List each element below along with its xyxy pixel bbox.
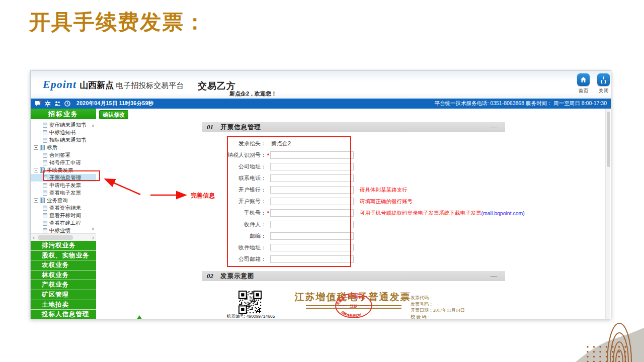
hscroll-thumb[interactable] [38, 235, 73, 240]
stamp-bottom-text: 国家税务局监制 [341, 310, 362, 318]
collapse-icon[interactable]: — [491, 273, 500, 280]
invoice-field-label: 发票代码： [411, 295, 433, 300]
document-icon [43, 213, 47, 218]
home-button[interactable] [577, 73, 590, 86]
sidebar-item[interactable]: 业务查询 [31, 197, 96, 204]
field-label: 手机号： [226, 209, 266, 217]
sidebar-item-label: 查看电子发票 [49, 190, 81, 197]
home-button-label[interactable]: 首页 [577, 87, 590, 95]
document-icon [43, 228, 47, 233]
confirm-modify-button[interactable]: 确认修改 [99, 110, 128, 119]
sidebar-item-label: 销号停工申请 [49, 159, 81, 166]
document-icon [43, 153, 47, 158]
message-icon[interactable] [35, 101, 41, 107]
field-input[interactable] [270, 163, 354, 170]
form-row: 开户银行：请具体到某某路支行 [226, 184, 588, 196]
section-header-invoice-info: 01 开票信息管理 — [202, 122, 505, 132]
field-hint: 请具体到某某路支行 [360, 187, 408, 194]
field-input[interactable] [270, 232, 354, 240]
scroll-right-icon[interactable]: › [92, 234, 94, 241]
slide: 开具手续费发票： Epoint 山西新点 电子招投标交易平台 交易乙方 新点企2… [0, 0, 644, 362]
sidebar-item[interactable]: 查看在建工程 [31, 219, 96, 227]
stamp-mid-text: 江苏 [350, 304, 358, 308]
sidebar-item[interactable]: 查看资审结果 [31, 204, 96, 212]
sidebar-item[interactable]: 开票信息管理 [31, 174, 96, 182]
close-button[interactable] [597, 73, 610, 86]
scroll-left-icon[interactable]: ‹ [33, 234, 35, 241]
sidebar-title-bidding[interactable]: 招标业务 [31, 109, 96, 119]
field-input[interactable] [270, 244, 354, 251]
sidebar-item[interactable]: 查看开标时间 [31, 212, 96, 219]
business-menu-item[interactable]: 投标人信息管理 [31, 310, 96, 319]
collapse-toggle-icon[interactable] [34, 145, 38, 150]
field-input[interactable] [270, 186, 354, 194]
sidebar-item[interactable]: 合同签署 [31, 151, 96, 159]
field-input[interactable] [270, 221, 354, 228]
sidebar-item-label: 查看在建工程 [49, 220, 81, 227]
field-input[interactable] [270, 255, 354, 263]
form-row: 公司邮箱： [226, 253, 588, 265]
field-label: 公司地址： [226, 163, 266, 170]
document-icon [43, 175, 47, 180]
clock-icon[interactable] [64, 101, 70, 107]
close-button-label[interactable]: 关闭 [597, 87, 610, 95]
field-input[interactable] [270, 198, 354, 205]
invoice-field-label: 开票日期： [411, 308, 433, 313]
collapse-toggle-icon[interactable] [34, 198, 38, 203]
field-input[interactable] [270, 209, 354, 217]
business-menu-item[interactable]: 农权业务 [31, 260, 96, 270]
sidebar-item-label: 中标通知书 [49, 129, 76, 136]
horizontal-scrollbar[interactable]: ‹ › [31, 233, 96, 241]
business-menu-item[interactable]: 产权业务 [31, 280, 96, 290]
sidebar-item[interactable]: 标后 [31, 144, 96, 151]
sidebar-item-label: 业务查询 [47, 197, 68, 204]
business-menu-item[interactable]: 土地拍卖 [31, 300, 96, 310]
service-info: 平台统一技术服务电话: 0351-8063868 服务时间： 周一至周日 8:0… [434, 100, 607, 107]
sidebar-item[interactable]: 中标通知书 [31, 129, 96, 136]
sidebar-item[interactable]: 资审结果通知书 [31, 121, 96, 129]
sidebar-item-label: 开票信息管理 [49, 174, 81, 182]
sidebar-item[interactable]: 手续费发票 [31, 166, 96, 174]
vertical-scrollbar[interactable] [605, 109, 610, 319]
field-input[interactable] [270, 174, 354, 182]
gray-blob [576, 328, 644, 362]
business-menu-item[interactable]: 排污权业务 [31, 241, 96, 251]
invoice-info-form: 发票抬头：新点企2纳税人识别号：*公司地址：联系电话：开户银行：请具体到某某路支… [226, 138, 588, 265]
field-label: 收件地址： [226, 244, 266, 251]
qr-code [238, 291, 262, 314]
form-row: 公司地址： [226, 161, 588, 172]
sidebar-tree: ∧ ∨ 资审结果通知书中标通知书招标结果通知书标后合同签署销号停工申请手续费发票… [31, 119, 96, 233]
invoice-field: 发票号码： [411, 301, 465, 308]
home-icon [580, 76, 587, 83]
folder-icon [40, 145, 45, 150]
sidebar-item[interactable]: 查看电子发票 [31, 189, 96, 197]
business-menu-item[interactable]: 林权业务 [31, 270, 96, 281]
field-input[interactable] [270, 151, 354, 159]
field-hint-link[interactable]: (mall.bqpoint.com) [481, 210, 525, 216]
business-menu-item[interactable]: 股权、实物业务 [31, 251, 96, 261]
invoice-field: 开票日期：2017年11月14日 [411, 307, 465, 314]
collapse-icon[interactable]: — [491, 124, 500, 131]
business-menu-item[interactable]: 矿区管理 [31, 290, 96, 300]
field-label: 开户账号： [226, 198, 266, 205]
sidebar-item-label: 合同签署 [49, 152, 70, 159]
form-row: 邮编： [226, 230, 588, 242]
vscroll-thumb[interactable] [607, 112, 610, 167]
invoice-field: 发票代码： [411, 295, 465, 301]
sidebar-item[interactable]: 申请电子发票 [31, 182, 96, 189]
users-icon[interactable] [54, 101, 61, 107]
datetime-text: 2020年04月15日 11时36分59秒 [76, 100, 153, 107]
invoice-fields: 发票代码：发票号码：开票日期：2017年11月14日校 验 码： [411, 295, 465, 319]
section-number: 01 [207, 123, 213, 131]
machine-number: 机器编号: 490099714665 [227, 314, 307, 319]
page-title: 开具手续费发票： [29, 8, 206, 36]
document-icon [43, 138, 47, 143]
form-row: 联系电话： [226, 172, 588, 184]
settings-gear-icon[interactable] [45, 101, 51, 107]
app-window: Epoint 山西新点 电子招投标交易平台 交易乙方 新点企2，欢迎您！ 首页 … [30, 70, 611, 319]
collapse-toggle-icon[interactable] [34, 168, 38, 172]
sidebar-item[interactable]: 销号停工申请 [31, 159, 96, 166]
field-hint: 请填写正确的银行账号 [360, 198, 413, 205]
sidebar-item[interactable]: 招标结果通知书 [31, 136, 96, 144]
sidebar-item[interactable]: 中标业绩 [31, 227, 96, 233]
